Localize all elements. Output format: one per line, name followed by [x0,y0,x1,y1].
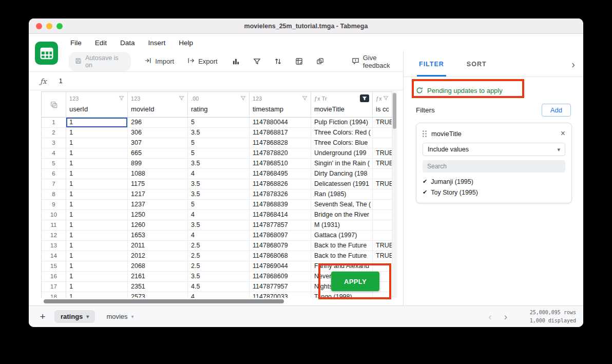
cell[interactable]: 1653 [128,231,188,241]
row-number[interactable]: 17 [42,282,66,292]
cell[interactable]: 3.5 [188,179,250,189]
cell[interactable]: TRUE [373,251,392,261]
cell[interactable]: 4 [188,231,250,241]
cell[interactable]: Three Colors: Red ( [311,128,373,138]
collapse-panel-icon[interactable]: › [571,59,575,69]
cell[interactable]: 1 [66,231,128,241]
cell[interactable]: 1147868826 [250,179,311,189]
vertical-scrollbar-thumb[interactable] [393,93,396,129]
cell[interactable]: 3.5 [188,272,250,282]
filter-value-item[interactable]: ✔Jumanji (1995) [423,176,565,187]
row-number[interactable]: 15 [42,261,66,272]
filter-funnel-icon[interactable] [240,95,246,101]
cell[interactable]: 1147877957 [250,282,311,292]
cell[interactable]: Underground (199 [311,148,373,159]
vertical-scrollbar[interactable] [392,91,397,298]
cell[interactable]: TRUE [373,159,392,169]
cell[interactable]: TRUE [373,241,392,251]
cell[interactable]: 296 [128,118,188,128]
menu-item-help[interactable]: Help [179,39,193,47]
cell[interactable]: Delicatessen (1991 [311,179,373,189]
apply-button[interactable]: APPLY [331,272,379,291]
row-number[interactable]: 1 [42,118,66,128]
row-number[interactable]: 13 [42,241,66,251]
cell[interactable]: 1 [66,138,128,148]
cell[interactable]: 4.5 [188,282,250,292]
cell[interactable]: 2068 [128,261,188,272]
cell[interactable]: 1 [66,261,128,272]
sheet-tab-ratings[interactable]: ratings ▾ [54,310,95,323]
cell[interactable]: 1 [66,159,128,169]
cell[interactable]: 2161 [128,272,188,282]
filter-funnel-icon[interactable] [179,95,184,101]
row-number[interactable]: 12 [42,231,66,241]
row-number[interactable]: 8 [42,189,66,200]
cell[interactable]: 3.5 [188,189,250,200]
cell[interactable]: 1 [66,241,128,251]
cell[interactable] [373,128,392,138]
cell[interactable]: 1 [66,292,128,298]
cell[interactable]: 5 [188,200,250,210]
filter-search-input[interactable] [427,163,561,170]
cell[interactable]: Seventh Seal, The ( [311,200,373,210]
column-header-is-con[interactable]: ƒxis con [373,92,392,118]
cell[interactable]: 1 [66,220,128,231]
cell[interactable]: 1147868097 [250,231,311,241]
cell[interactable]: 5 [188,138,250,148]
row-number[interactable]: 3 [42,138,66,148]
row-number[interactable]: 16 [42,272,66,282]
cell[interactable]: 1 [66,282,128,292]
add-filter-button[interactable]: Add [542,104,571,117]
row-number[interactable]: 7 [42,179,66,189]
cell[interactable]: 1147868510 [250,159,311,169]
cell[interactable]: 2.5 [188,261,250,272]
pivot-icon[interactable] [295,58,303,65]
cell[interactable]: 1147878326 [250,189,311,200]
cell[interactable]: 1250 [128,210,188,220]
cell[interactable] [373,220,392,231]
cell[interactable]: Singin' in the Rain ( [311,159,373,169]
cell[interactable]: 1147868817 [250,128,311,138]
chevron-down-icon[interactable]: ▾ [86,314,89,319]
cell[interactable]: 1 [66,169,128,179]
cell[interactable] [373,261,392,272]
column-header-movieId[interactable]: 123movieId [128,92,188,118]
row-number[interactable]: 11 [42,220,66,231]
cell[interactable]: 1 [66,189,128,200]
cell[interactable]: M (1931) [311,220,373,231]
cell[interactable]: Three Colors: Blue [311,138,373,148]
cell[interactable]: 1147877857 [250,220,311,231]
row-number[interactable]: 4 [42,148,66,159]
cell[interactable]: 1147870033 [250,292,311,298]
cell[interactable]: 4 [188,169,250,179]
cell[interactable]: 1260 [128,220,188,231]
cell[interactable]: Gattaca (1997) [311,231,373,241]
row-number[interactable]: 6 [42,169,66,179]
cell[interactable] [373,200,392,210]
row-number[interactable]: 9 [42,200,66,210]
cell[interactable]: 1147880044 [250,118,311,128]
menu-item-data[interactable]: Data [120,39,135,47]
cell[interactable]: 1 [66,210,128,220]
cell[interactable]: 1147868839 [250,200,311,210]
cell[interactable]: Tango (1998) [311,292,373,298]
cell[interactable]: Dirty Dancing (198 [311,169,373,179]
cell[interactable]: 5 [188,148,250,159]
column-header-movieTitle[interactable]: ƒx TrmovieTitle [311,92,373,118]
cell[interactable]: 899 [128,159,188,169]
cell[interactable]: 3.5 [188,159,250,169]
cell[interactable]: 1147868068 [250,251,311,261]
cell[interactable]: 307 [128,138,188,148]
cell[interactable]: 1147868079 [250,241,311,251]
row-number[interactable]: 5 [42,159,66,169]
horizontal-scrollbar[interactable] [41,299,392,304]
cell[interactable]: 2351 [128,282,188,292]
cell[interactable]: 2.5 [188,251,250,261]
cell[interactable]: 1 [66,148,128,159]
cell[interactable]: TRUE [373,118,392,128]
cell[interactable]: 5 [188,118,250,128]
menu-item-file[interactable]: File [70,39,82,47]
cell[interactable] [373,138,392,148]
cell[interactable] [373,231,392,241]
row-number[interactable]: 14 [42,251,66,261]
